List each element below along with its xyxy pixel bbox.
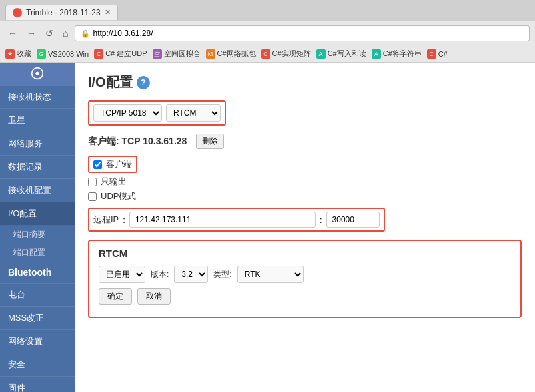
bookmark-udp[interactable]: C C# 建立UDP xyxy=(94,49,147,59)
browser-tab[interactable]: Trimble - 2018-11-23 ✕ xyxy=(5,5,118,20)
udp-mode-checkbox[interactable] xyxy=(88,192,97,201)
sidebar-item-firmware[interactable]: 固件 xyxy=(0,377,75,392)
home-button[interactable]: ⌂ xyxy=(60,27,71,40)
client-label: 客户端: TCP 10.3.61.28 xyxy=(88,136,187,148)
client-checkbox-label: 客户端 xyxy=(106,158,132,170)
sidebar-item-security[interactable]: 安全 xyxy=(0,353,75,377)
port-input[interactable] xyxy=(326,212,380,228)
rtcm-version-label: 版本: xyxy=(151,269,169,280)
sidebar-item-receiver-config[interactable]: 接收机配置 xyxy=(0,179,75,202)
bookmarks-bar: ★ 收藏 G VS2008 Win C C# 建立UDP 空 空间圆拟合 M C… xyxy=(0,45,535,63)
remote-ip-label: 远程IP xyxy=(93,214,119,226)
rtcm-version-select[interactable]: 3.2 2.3 3.0 xyxy=(174,266,208,283)
rtcm-title: RTCM xyxy=(99,248,511,259)
tab-favicon xyxy=(13,8,22,17)
bookmark-matrix[interactable]: C C#实现矩阵 xyxy=(261,49,311,59)
tab-title: Trimble - 2018-11-23 xyxy=(26,8,101,17)
forward-button[interactable]: → xyxy=(24,27,39,40)
bookmark-string[interactable]: A C#将字符串 xyxy=(372,49,422,59)
refresh-button[interactable]: ↺ xyxy=(43,27,56,40)
sidebar-logo xyxy=(0,63,75,86)
url-text: http://10.3.61.28/ xyxy=(93,29,153,38)
udp-mode-label: UDP模式 xyxy=(101,190,136,202)
remote-ip-outlined: 远程IP : : xyxy=(88,208,385,232)
sidebar: 接收机状态 卫星 网络服务 数据记录 接收机配置 I/O配置 端口摘要 端口配置… xyxy=(0,63,75,392)
checkbox-output-row: 只输出 xyxy=(88,176,522,188)
sidebar-item-network-settings[interactable]: 网络设置 xyxy=(0,330,75,353)
sidebar-item-mss[interactable]: MSS改正 xyxy=(0,307,75,330)
bookmark-spatial[interactable]: 空 空间圆拟合 xyxy=(153,49,201,59)
delete-button[interactable]: 删除 xyxy=(196,134,224,149)
lock-icon: 🔒 xyxy=(81,29,90,38)
back-button[interactable]: ← xyxy=(5,27,20,40)
sidebar-item-network-service[interactable]: 网络服务 xyxy=(0,132,75,156)
rtcm-action-row: 确定 取消 xyxy=(99,288,511,305)
sidebar-item-bluetooth[interactable]: Bluetooth xyxy=(0,262,75,284)
content-area: I/O配置 ? TCP/IP 5018 TCP/IP 5019 串口 RTCM … xyxy=(75,63,535,392)
client-checkbox-outlined: 客户端 xyxy=(88,156,137,173)
output-only-label: 只输出 xyxy=(101,176,127,188)
protocol-format-outlined: TCP/IP 5018 TCP/IP 5019 串口 RTCM NMEA 原始数… xyxy=(88,100,226,126)
tab-close-icon[interactable]: ✕ xyxy=(105,8,111,17)
bookmark-network[interactable]: M C#网络抓包 xyxy=(206,49,256,59)
rtcm-status-select[interactable]: 已启用 已禁用 xyxy=(99,266,145,283)
sidebar-item-satellite[interactable]: 卫星 xyxy=(0,109,75,132)
client-checkbox[interactable] xyxy=(93,160,102,169)
help-icon[interactable]: ? xyxy=(137,76,150,89)
checkbox-client-row: 客户端 xyxy=(88,156,522,173)
rtcm-section: RTCM 已启用 已禁用 版本: 3.2 2.3 3.0 类型: RTK DGN… xyxy=(88,240,522,318)
address-bar-url[interactable]: 🔒 http://10.3.61.28/ xyxy=(75,25,530,41)
output-only-checkbox[interactable] xyxy=(88,178,97,186)
bookmark-write[interactable]: A C#写入和读 xyxy=(316,49,366,59)
checkbox-group: 客户端 只输出 UDP模式 xyxy=(88,156,522,202)
sidebar-item-receiver-status[interactable]: 接收机状态 xyxy=(0,86,75,109)
sidebar-item-port-summary[interactable]: 端口摘要 xyxy=(0,226,75,244)
protocol-select[interactable]: TCP/IP 5018 TCP/IP 5019 串口 xyxy=(93,104,162,122)
bookmark-favorites[interactable]: ★ 收藏 xyxy=(5,49,31,59)
sidebar-item-io-config[interactable]: I/O配置 xyxy=(0,202,75,226)
sidebar-item-data-log[interactable]: 数据记录 xyxy=(0,156,75,179)
sidebar-item-port-config[interactable]: 端口配置 xyxy=(0,244,75,262)
protocol-format-row: TCP/IP 5018 TCP/IP 5019 串口 RTCM NMEA 原始数… xyxy=(88,100,522,126)
remote-ip-input[interactable] xyxy=(129,212,316,228)
rtcm-settings-row: 已启用 已禁用 版本: 3.2 2.3 3.0 类型: RTK DGNSS xyxy=(99,266,511,283)
checkbox-udp-row: UDP模式 xyxy=(88,190,522,202)
bookmark-c[interactable]: C C# xyxy=(427,49,448,59)
page-title: I/O配置 ? xyxy=(88,73,522,91)
format-select[interactable]: RTCM NMEA 原始数据 xyxy=(166,104,221,122)
sidebar-item-radio[interactable]: 电台 xyxy=(0,284,75,307)
rtcm-type-select[interactable]: RTK DGNSS xyxy=(237,266,304,283)
confirm-button[interactable]: 确定 xyxy=(99,288,132,305)
rtcm-type-label: 类型: xyxy=(213,269,231,280)
cancel-button[interactable]: 取消 xyxy=(137,288,171,305)
star-icon: ★ xyxy=(5,49,15,59)
client-row: 客户端: TCP 10.3.61.28 删除 xyxy=(88,134,522,149)
bookmark-vs2008[interactable]: G VS2008 Win xyxy=(37,49,89,59)
